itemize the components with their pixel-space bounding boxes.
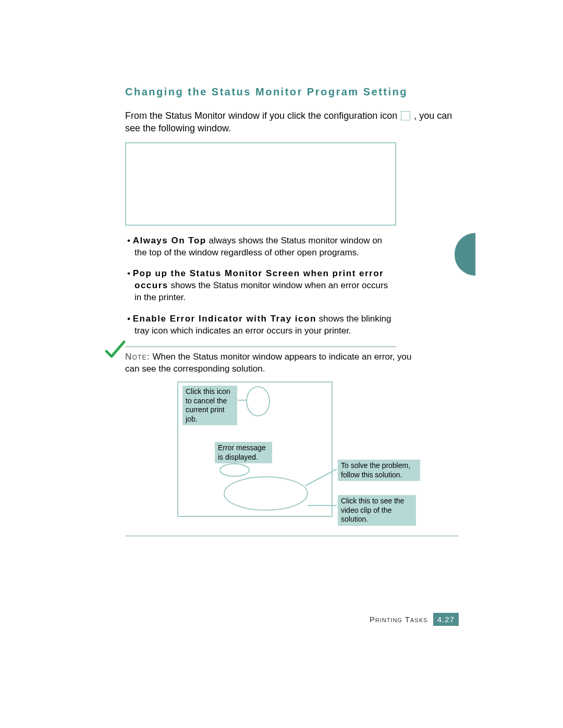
intro-text-before: From the Status Monitor window if you cl… — [125, 110, 400, 121]
note-label: Note: — [125, 352, 150, 362]
svg-line-5 — [305, 469, 337, 486]
svg-point-0 — [247, 387, 270, 416]
bullet-bold: Always On Top — [133, 236, 206, 245]
content-area: Changing the Status Monitor Program Sett… — [125, 86, 459, 536]
divider — [125, 347, 396, 347]
bullet-dot: • — [127, 314, 133, 324]
svg-point-4 — [224, 477, 308, 510]
bullet-item: • Pop up the Status Monitor Screen when … — [125, 268, 394, 304]
bullet-item: • Enable Error Indicator with Tray icon … — [125, 313, 394, 337]
intro-paragraph: From the Status Monitor window if you cl… — [125, 109, 459, 135]
checkmark-icon — [104, 340, 125, 361]
page: Changing the Status Monitor Program Sett… — [0, 0, 563, 728]
page-footer: Printing Tasks 4.27 — [0, 613, 459, 626]
section-heading: Changing the Status Monitor Program Sett… — [125, 86, 459, 98]
callout-solution: To solve the problem, follow this soluti… — [338, 460, 420, 481]
callout-cancel-job: Click this icon to cancel the current pr… — [182, 386, 237, 425]
bullet-dot: • — [127, 236, 133, 245]
divider — [125, 536, 459, 536]
bullet-list: • Always On Top always shows the Status … — [125, 235, 394, 338]
status-monitor-diagram: Click this icon to cancel the current pr… — [125, 381, 417, 522]
bullet-text: shows the Status monitor window when an … — [134, 280, 388, 302]
svg-point-2 — [220, 464, 249, 476]
configuration-icon — [401, 111, 410, 120]
bullet-bold: Enable Error Indicator with Tray icon — [133, 314, 316, 324]
settings-window-screenshot — [125, 142, 396, 226]
footer-page-number: 4.27 — [433, 613, 459, 626]
note-block: Note: When the Status monitor window app… — [125, 351, 417, 375]
callout-video-clip: Click this to see the video clip of the … — [338, 495, 416, 526]
bullet-dot: • — [127, 268, 133, 278]
note-text: When the Status monitor window appears t… — [125, 352, 411, 374]
footer-section-label: Printing Tasks — [370, 615, 428, 624]
bullet-item: • Always On Top always shows the Status … — [125, 235, 394, 259]
callout-error-message: Error message is displayed. — [215, 442, 272, 463]
